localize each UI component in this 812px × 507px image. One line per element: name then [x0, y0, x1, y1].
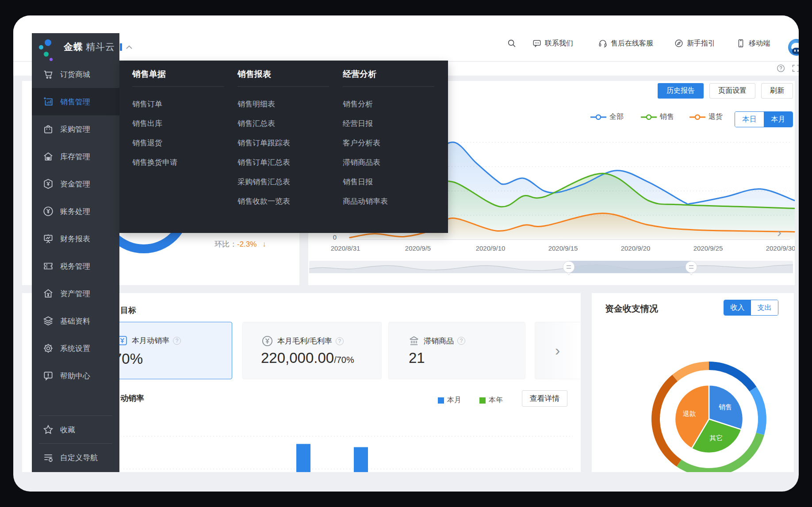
custom-nav-icon: [42, 452, 54, 463]
down-arrow-icon: ↓: [262, 240, 266, 248]
search-button[interactable]: [507, 38, 517, 48]
divider: [343, 86, 434, 87]
nav-guide[interactable]: 新手指引: [674, 38, 715, 48]
nav-label: 移动端: [749, 39, 770, 48]
x-tick: 2020/9/20: [611, 244, 660, 252]
search-icon: [507, 38, 517, 48]
x-tick: 2020/9/5: [394, 244, 442, 252]
phone-icon: [736, 38, 746, 48]
x-tick: 2020/8/31: [321, 244, 370, 252]
bag-icon: [42, 123, 54, 135]
y-axis-zero: 0: [326, 233, 337, 241]
chevron-up-icon[interactable]: [126, 45, 133, 50]
sidebar-item-sales[interactable]: 销售管理: [32, 88, 119, 115]
sidebar-item-accounting[interactable]: 账务处理: [32, 198, 119, 225]
menu-item[interactable]: 销售订单跟踪表: [237, 138, 290, 148]
help-bubble-icon: [42, 370, 54, 381]
sales-chart-icon: [42, 96, 54, 107]
sidebar: 金蝶精斗云 订货商城 销售管理 采购管理 库存管理 资金管理 账务处理 财务: [32, 33, 119, 472]
top-header: 联系我们 售后在线客服 新手指引 移动端: [13, 15, 799, 61]
chat-icon: [532, 38, 542, 48]
divider: [132, 86, 224, 87]
svg-text:其它: 其它: [709, 434, 723, 442]
funds-panel: 资金收支情况 收入 支出 销售其它退款: [592, 293, 794, 472]
mom-value: -2.3%: [237, 240, 257, 248]
gear-icon: [42, 343, 54, 354]
ticket-icon: [42, 260, 54, 272]
report-board-icon: [42, 233, 54, 244]
sidebar-item-order-mall[interactable]: 订货商城: [32, 61, 119, 88]
flyout-column-title: 销售报表: [237, 69, 271, 80]
layers-icon: [42, 315, 54, 327]
divider: [237, 86, 329, 87]
cart-icon: [42, 69, 54, 80]
sidebar-item-purchasing[interactable]: 采购管理: [32, 115, 119, 143]
sidebar-item-base-data[interactable]: 基础资料: [32, 307, 119, 335]
fullscreen-icon[interactable]: [791, 64, 799, 73]
app-window: 联系我们 售后在线客服 新手指引 移动端: [13, 15, 799, 492]
sidebar-item-custom-nav[interactable]: 自定义导航: [32, 444, 119, 471]
warehouse-icon: [42, 151, 54, 162]
menu-item[interactable]: 销售日报: [343, 177, 373, 187]
nav-label: 联系我们: [545, 39, 573, 48]
x-tick: 2020/9/15: [539, 244, 587, 252]
hex-yuan-icon: [42, 178, 54, 190]
flyout-column-title: 销售单据: [132, 69, 166, 80]
sidebar-item-tax[interactable]: 税务管理: [32, 252, 119, 280]
sidebar-item-assets[interactable]: 资产管理: [32, 280, 119, 307]
logo-dot: [45, 39, 51, 46]
chart-range-brush[interactable]: [308, 259, 795, 277]
user-avatar[interactable]: [788, 39, 799, 56]
menu-item[interactable]: 销售汇总表: [237, 118, 275, 129]
sales-flyout-menu: 销售单据 销售订单 销售出库 销售退货 销售换货申请 销售报表 销售明细表 销售…: [119, 61, 448, 233]
menu-item[interactable]: 销售订单: [132, 99, 162, 109]
x-tick: 2020/9/10: [466, 244, 515, 252]
sidebar-item-favorites[interactable]: 收藏: [32, 416, 119, 443]
menu-item[interactable]: 滞销商品表: [343, 157, 380, 168]
flyout-column-title: 经营分析: [343, 69, 376, 80]
x-tick: 2020/9/25: [684, 244, 732, 252]
menu-item[interactable]: 经营日报: [343, 118, 373, 129]
menu-item[interactable]: 销售明细表: [237, 99, 275, 109]
brand-logo[interactable]: 金蝶精斗云: [32, 33, 119, 61]
sidebar-item-finance-reports[interactable]: 财务报表: [32, 225, 119, 252]
nav-mobile[interactable]: 移动端: [736, 38, 770, 48]
x-tick: 2020/9/30: [756, 244, 795, 252]
nav-support[interactable]: 售后在线客服: [598, 38, 653, 48]
menu-item[interactable]: 采购销售汇总表: [237, 177, 290, 187]
logo-text: 金蝶精斗云: [64, 41, 115, 53]
mom-change: 环比：-2.3% ↓: [214, 239, 266, 249]
menu-item[interactable]: 销售分析: [343, 99, 373, 109]
svg-text:销售: 销售: [718, 403, 732, 411]
menu-item[interactable]: 客户分析表: [343, 138, 380, 148]
svg-text:退款: 退款: [683, 410, 696, 417]
logo-dot: [39, 45, 43, 50]
headset-icon: [598, 38, 608, 48]
star-icon: [42, 424, 54, 435]
menu-item[interactable]: 商品动销率表: [343, 196, 388, 206]
menu-item[interactable]: 销售订单汇总表: [237, 157, 290, 168]
chart-next-icon[interactable]: ›: [777, 225, 781, 240]
nav-label: 售后在线客服: [611, 39, 653, 48]
menu-item[interactable]: 销售收款一览表: [237, 196, 290, 206]
logo-dot: [44, 52, 49, 57]
logo-dot: [50, 58, 53, 61]
funds-donut-chart: 销售其它退款: [592, 293, 794, 472]
menu-item[interactable]: 销售换货申请: [132, 157, 177, 168]
nav-contact-us[interactable]: 联系我们: [532, 38, 573, 48]
compass-icon: [674, 38, 684, 48]
house-yuan-icon: [42, 288, 54, 299]
menu-item[interactable]: 销售退货: [132, 138, 162, 148]
workspace-tab-peek[interactable]: [120, 43, 122, 51]
sidebar-item-inventory[interactable]: 库存管理: [32, 143, 119, 170]
nav-label: 新手指引: [687, 39, 715, 48]
sidebar-item-help-center[interactable]: 帮助中心: [32, 362, 119, 389]
sidebar-item-settings[interactable]: 系统设置: [32, 335, 119, 362]
sidebar-item-funds[interactable]: 资金管理: [32, 170, 119, 198]
menu-item[interactable]: 销售出库: [132, 118, 162, 129]
circle-yuan-icon: [42, 206, 54, 217]
help-circle-icon[interactable]: [776, 64, 785, 73]
